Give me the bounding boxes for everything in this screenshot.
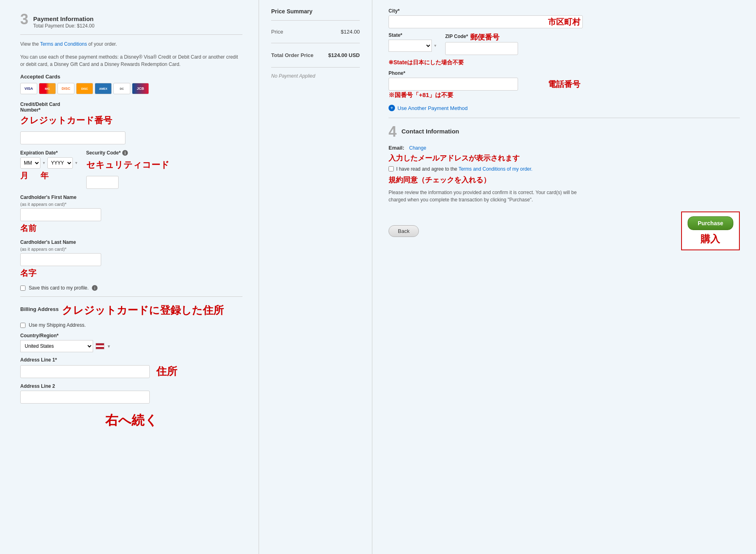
payment-section-title: Payment Information [33,15,94,22]
use-another-label: Use Another Payment Method [397,105,467,111]
zip-input[interactable] [445,42,518,55]
terms-agree-checkbox[interactable] [389,166,394,171]
use-shipping-checkbox[interactable] [20,323,25,328]
contact-header: 4 Contact Information [389,125,740,139]
country-label: Country/Region* [20,333,242,338]
left-column: 3 Payment Information Total Payment Due:… [0,0,259,554]
payment-section-header: 3 Payment Information Total Payment Due:… [20,12,242,29]
first-name-input[interactable] [20,208,101,221]
save-card-checkbox[interactable] [20,285,25,291]
security-label: Security Code* i [86,150,170,156]
save-card-info-icon[interactable]: i [92,285,98,291]
state-select[interactable]: ALAKAZ [389,40,432,52]
right-column: City* 市区町村 State* ALAKAZ ▼ ZIP [372,0,756,554]
price-divider-top [271,20,360,21]
phone-note: ※国番号「+81」は不要 [389,91,740,99]
total-due: Total Payment Due: $124.00 [33,23,94,29]
price-divider-mid [271,43,360,43]
middle-column: Price Summary Price $124.00 Total Order … [259,0,372,554]
total-value: $124.00 USD [328,52,360,58]
state-zip-row: State* ALAKAZ ▼ ZIP Code* 郵便番号 [389,32,740,55]
accepted-cards-label: Accepted Cards [20,74,242,80]
card-number-annotation: クレジットカード番号 [20,114,242,127]
terms-conditions-link[interactable]: Terms and Conditions of my order. [459,166,533,172]
card-number-input[interactable] [20,131,125,144]
expiry-month-select[interactable]: MM 010203 040506 070809 101112 [20,157,40,169]
visa-icon: VISA [20,83,37,94]
last-name-sublabel: (as it appears on card)* [20,247,242,252]
address2-label: Address Line 2 [20,383,242,389]
purchase-button[interactable]: Purchase [688,216,733,230]
country-row: United States Japan ▼ [20,340,242,352]
address2-input[interactable] [20,391,150,404]
month-annotation: 月 [20,170,28,181]
contact-title: Contact Information [401,128,459,135]
chevron-state-icon: ▼ [433,44,437,48]
security-code-input[interactable] [86,176,119,189]
jcb-icon: JCB [132,83,149,94]
amex-icon: AMEX [95,83,112,94]
city-input-wrapper: 市区町村 [389,15,740,28]
change-email-link[interactable]: Change [409,145,426,151]
terms-agree-text: I have read and agree to the Terms and C… [396,166,533,172]
last-name-annotation: 名字 [20,268,242,279]
terms-info: View the Terms and Conditions of your or… [20,40,242,48]
address1-input[interactable] [20,365,150,378]
price-label: Price [271,29,283,35]
zip-annotation: 郵便番号 [470,32,499,42]
country-select[interactable]: United States Japan [20,340,93,352]
email-annotation: 入力したメールアドレスが表示されます [389,153,740,163]
price-summary-title: Price Summary [271,8,360,15]
expiry-group: Expiration Date* MM 010203 040506 070809… [20,150,78,185]
state-label: State* [389,32,437,38]
price-value: $124.00 [341,29,360,35]
expiry-selects: MM 010203 040506 070809 101112 ▼ YYYY 20… [20,157,78,169]
phone-label: Phone* [389,70,740,76]
chevron-country-icon: ▼ [107,344,111,349]
billing-annotation: クレジットカードに登録した住所 [62,303,224,317]
diners-icon: DISC [76,83,93,94]
city-input[interactable] [389,15,583,28]
terms-agree-annotation: 規約同意（チェックを入れる） [389,175,740,185]
city-group: City* 市区町村 [389,8,740,28]
billing-address-label: Billing Address [20,306,59,312]
flag-icon [96,343,104,349]
bottom-actions: Back Purchase 購入 [389,211,740,250]
price-row: Price $124.00 [271,26,360,37]
total-label: Total Order Price [271,52,314,58]
first-name-sublabel: (as it appears on card)* [20,202,242,207]
security-info-icon[interactable]: i [122,150,128,156]
no-payment-text: No Payment Applied [271,73,360,79]
use-another-payment[interactable]: + Use Another Payment Method [389,105,740,111]
card-number-label: Credit/Debit Card Number* [20,101,242,113]
year-annotation: 年 [40,170,49,181]
email-row: Email: Change [389,145,740,151]
phone-input-wrapper: 電話番号 [389,78,740,91]
back-button[interactable]: Back [389,225,419,237]
card-icons: VISA MC DISC DISC AMEX DC JCB [20,83,242,94]
purchase-annotation: 購入 [688,233,733,245]
phone-input[interactable] [389,78,518,91]
terms-link[interactable]: Terms and Conditions [40,41,87,47]
last-name-label: Cardholder's Last Name [20,239,242,245]
chevron-year-icon: ▼ [74,161,78,165]
address1-row: 住所 [20,364,242,378]
divider-billing [20,296,242,297]
phone-group: Phone* 電話番号 ※国番号「+81」は不要 [389,70,740,99]
last-name-input[interactable] [20,253,101,266]
continue-annotation: 右へ続く [20,412,242,429]
state-group: State* ALAKAZ ▼ [389,32,437,52]
use-shipping-row: Use my Shipping Address. [20,322,242,328]
security-group: Security Code* i セキュリティコード [86,150,170,189]
expiry-label: Expiration Date* [20,150,78,156]
methods-text: You can use each of these payment method… [20,53,242,68]
zip-label: ZIP Code* [445,34,468,39]
address1-annotation: 住所 [156,364,177,378]
diners2-icon: DC [113,83,130,94]
zip-group: ZIP Code* 郵便番号 [445,32,740,55]
country-group: Country/Region* United States Japan ▼ [20,333,242,352]
price-divider-bot [271,67,360,68]
total-row: Total Order Price $124.00 USD [271,49,360,61]
use-shipping-label: Use my Shipping Address. [29,322,86,328]
expiry-year-select[interactable]: YYYY 20242025202620272028 [47,157,73,169]
